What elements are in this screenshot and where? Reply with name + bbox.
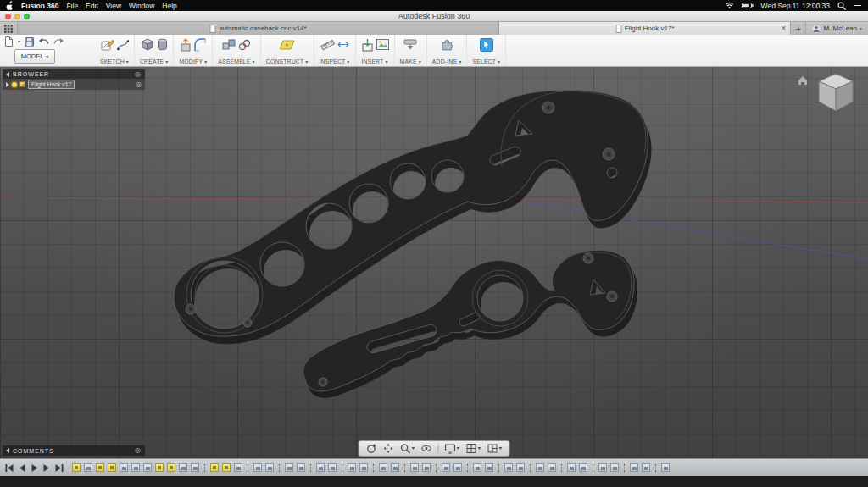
document-settings-icon[interactable]: ◎ [136,81,142,88]
fillet-icon[interactable] [194,38,206,52]
timeline-sketch-icon[interactable] [72,463,81,472]
new-body-icon[interactable] [141,38,154,52]
sketch-spline-icon[interactable] [117,38,129,52]
timeline-feature-icon[interactable] [265,463,274,472]
timeline-feature-icon[interactable] [328,463,337,472]
timeline-feature-icon[interactable] [598,463,607,472]
toolbar-group-sketch[interactable]: SKETCH▾ [95,35,135,66]
create-cylinder-icon[interactable] [157,38,168,52]
timeline-feature-icon[interactable] [579,463,587,472]
timeline-feature-icon[interactable] [316,463,325,472]
pan-icon[interactable] [383,443,394,454]
timeline-feature-icon[interactable] [442,463,450,472]
user-account[interactable]: M. McLean ▾ [806,22,868,35]
timeline-feature-icon[interactable] [348,463,356,472]
create-sketch-icon[interactable] [101,38,114,52]
section-analysis-icon[interactable] [337,38,349,51]
toolbar-group-construct[interactable]: CONSTRUCT▾ [261,35,314,66]
timeline-feature-icon[interactable] [234,463,242,472]
menu-bar-clock[interactable]: Wed Sep 11 12:00:33 [761,2,830,10]
spotlight-search-icon[interactable] [837,2,846,10]
toolbar-group-assemble[interactable]: ASSEMBLE▾ [213,35,260,66]
close-window-button[interactable] [5,14,11,19]
timeline-feature-icon[interactable] [191,463,199,472]
timeline-feature-icon[interactable] [285,463,293,472]
home-view-icon[interactable] [797,75,809,86]
timeline-feature-icon[interactable] [548,463,556,472]
browser-root-row[interactable]: Flight Hook v17 ◎ [3,79,145,90]
insert-mesh-icon[interactable] [361,38,374,52]
toolbar-group-insert[interactable]: INSERT▾ [356,35,395,66]
workspace-selector[interactable]: MODEL ▾ [14,49,55,64]
timeline-feature-icon[interactable] [143,463,152,472]
timeline-feature-icon[interactable] [359,463,368,472]
zoom-icon[interactable] [400,443,415,454]
timeline-sketch-icon[interactable] [108,463,116,472]
battery-icon[interactable] [742,3,754,8]
menu-help[interactable]: Help [162,2,176,10]
timeline-feature-icon[interactable] [567,463,576,472]
timeline-feature-icon[interactable] [642,463,650,472]
display-settings-icon[interactable] [445,443,460,454]
timeline-feature-icon[interactable] [379,463,387,472]
expand-node-icon[interactable] [6,82,9,87]
app-menu-title[interactable]: Fusion 360 [21,2,58,10]
save-icon[interactable] [25,37,34,47]
step-forward-button[interactable] [42,463,52,473]
toolbar-group-inspect[interactable]: INSPECT▾ [314,35,356,66]
timeline-feature-icon[interactable] [422,463,431,472]
collapse-panel-icon[interactable] [6,72,9,77]
timeline-sketch-icon[interactable] [96,463,104,472]
notification-center-icon[interactable] [854,2,862,9]
panel-options-icon[interactable]: ◎ [135,447,142,454]
viewport-canvas[interactable] [0,67,868,458]
press-pull-icon[interactable] [180,38,192,52]
look-at-icon[interactable] [421,443,432,454]
decal-icon[interactable] [376,39,389,50]
new-tab-button[interactable]: + [791,22,806,35]
toolbar-group-create[interactable]: CREATE▾ [135,35,174,66]
timeline-feature-icon[interactable] [120,463,128,472]
timeline-sketch-icon[interactable] [222,463,231,472]
select-cursor-icon[interactable] [480,38,493,52]
view-cube[interactable] [797,71,858,113]
zoom-window-button[interactable] [24,14,30,19]
root-component-name[interactable]: Flight Hook v17 [28,80,75,89]
data-panel-toggle-icon[interactable] [0,22,17,35]
timeline-feature-icon[interactable] [536,463,544,472]
comments-panel[interactable]: COMMENTS ◎ [3,445,145,456]
timeline-feature-icon[interactable] [610,463,619,472]
view-cube-icon[interactable] [814,71,858,113]
grid-settings-icon[interactable] [466,443,481,454]
browser-header[interactable]: BROWSER ◎ [3,69,145,79]
collapse-panel-icon[interactable] [6,448,9,453]
play-button[interactable] [30,463,39,473]
timeline-feature-icon[interactable] [410,463,419,472]
construction-plane-icon[interactable] [280,39,295,51]
timeline-feature-icon[interactable] [504,463,513,472]
panel-options-icon[interactable]: ◎ [135,71,142,78]
timeline-feature-icon[interactable] [453,463,462,472]
file-menu-icon[interactable] [4,36,14,47]
timeline-feature-icon[interactable] [661,463,670,472]
document-tab-active[interactable]: Flight Hook v17* × [499,22,792,35]
redo-icon[interactable] [53,37,64,46]
orbit-icon[interactable] [366,443,377,454]
skip-end-button[interactable] [55,463,64,473]
toolbar-group-modify[interactable]: MODIFY▾ [174,35,213,66]
toolbar-group-select[interactable]: SELECT▾ [467,35,506,66]
close-tab-icon[interactable]: × [782,22,787,35]
minimize-window-button[interactable] [14,14,20,19]
chevron-down-icon[interactable]: ▾ [18,39,20,44]
timeline-feature-icon[interactable] [84,463,92,472]
visibility-bulb-icon[interactable] [12,82,17,87]
new-component-icon[interactable] [222,38,236,52]
undo-icon[interactable] [38,37,49,46]
3d-print-icon[interactable] [403,38,417,51]
wifi-icon[interactable] [725,2,734,9]
timeline-feature-icon[interactable] [473,463,481,472]
toolbar-group-make[interactable]: MAKE▾ [395,35,427,66]
menu-file[interactable]: File [66,2,78,10]
timeline-sketch-icon[interactable] [167,463,175,472]
menu-view[interactable]: View [106,2,121,10]
